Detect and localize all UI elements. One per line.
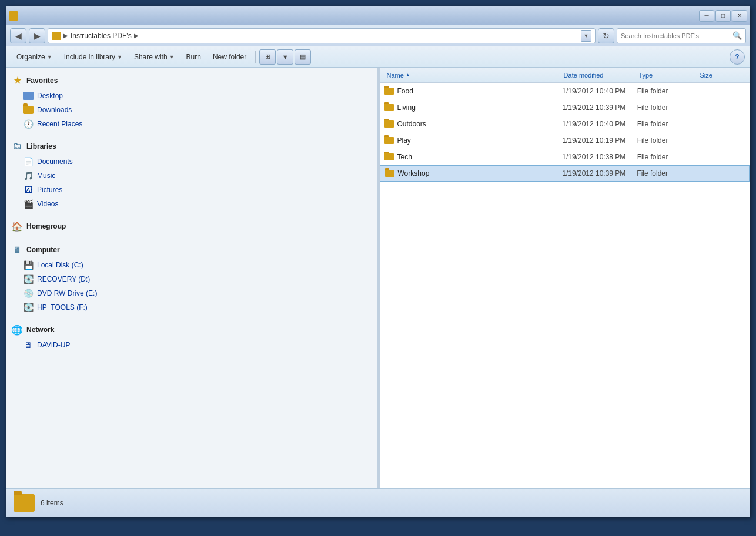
breadcrumb-arrow: ▶ <box>63 32 68 39</box>
refresh-button[interactable]: ↻ <box>598 28 614 43</box>
libraries-header[interactable]: 🗂 Libraries <box>6 138 377 155</box>
file-name: Outdoors <box>397 120 426 128</box>
view-button[interactable]: ⊞ <box>259 49 276 65</box>
sidebar-item-pictures[interactable]: 🖼 Pictures <box>6 183 377 197</box>
search-icon: 🔍 <box>732 31 742 40</box>
close-button[interactable]: ✕ <box>732 10 747 22</box>
preview-pane-button[interactable]: ▤ <box>295 49 311 65</box>
table-row[interactable]: Tech 1/19/2012 10:38 PM File folder <box>380 149 750 165</box>
folder-icon <box>384 153 394 160</box>
column-headers: Name ▲ Date modified Type Size <box>380 68 750 83</box>
sidebar-item-videos[interactable]: 🎬 Videos <box>6 197 377 211</box>
search-bar[interactable]: 🔍 <box>617 28 746 43</box>
column-header-type[interactable]: Type <box>636 68 697 82</box>
window-icon <box>9 11 18 21</box>
table-row[interactable]: Living 1/19/2012 10:39 PM File folder <box>380 99 750 116</box>
network-section: 🌐 Network 🖥 DAVID-UP <box>6 317 377 354</box>
organize-dropdown-arrow: ▼ <box>47 54 52 60</box>
file-type: File folder <box>637 153 698 161</box>
computer-header[interactable]: 🖥 Computer <box>6 242 377 258</box>
breadcrumb-dropdown[interactable]: ▼ <box>581 30 591 42</box>
documents-label: Documents <box>37 158 73 166</box>
file-list: Food 1/19/2012 10:40 PM File folder Livi… <box>380 83 750 488</box>
sort-arrow: ▲ <box>406 72 410 78</box>
refresh-icon: ↻ <box>603 31 610 41</box>
table-row[interactable]: Food 1/19/2012 10:40 PM File folder <box>380 83 750 99</box>
back-button[interactable]: ◀ <box>10 28 26 43</box>
file-name-cell: Tech <box>384 153 563 161</box>
content-area: ★ Favorites Desktop Downloads <box>6 68 750 488</box>
homegroup-icon: 🏠 <box>11 220 23 232</box>
music-icon: 🎵 <box>23 170 34 181</box>
breadcrumb-path: Instructables PDF's <box>71 32 132 40</box>
sidebar-item-documents[interactable]: 📄 Documents <box>6 155 377 169</box>
share-with-button[interactable]: Share with ▼ <box>129 49 180 65</box>
table-row[interactable]: Play 1/19/2012 10:19 PM File folder <box>380 132 750 149</box>
homegroup-label: Homegroup <box>26 222 66 230</box>
downloads-label: Downloads <box>37 106 72 114</box>
favorites-header[interactable]: ★ Favorites <box>6 72 377 89</box>
toolbar-separator <box>255 51 256 63</box>
titlebar: ─ □ ✕ <box>6 6 750 25</box>
sidebar-item-downloads[interactable]: Downloads <box>6 103 377 117</box>
share-with-arrow: ▼ <box>169 54 175 60</box>
view-dropdown-button[interactable]: ▼ <box>277 49 293 65</box>
forward-icon: ▶ <box>34 31 41 41</box>
include-library-label: Include in library <box>64 53 115 61</box>
maximize-button[interactable]: □ <box>715 10 731 22</box>
file-list-area: Name ▲ Date modified Type Size Food 1/19… <box>380 68 750 488</box>
dvd-icon: 💿 <box>23 288 34 299</box>
search-input[interactable] <box>621 32 730 39</box>
favorites-label: Favorites <box>26 76 58 85</box>
sidebar-item-music[interactable]: 🎵 Music <box>6 169 377 183</box>
explorer-window: ─ □ ✕ ◀ ▶ ▶ Instructables PDF's ▶ ▼ ↻ 🔍 <box>6 6 750 517</box>
sidebar: ★ Favorites Desktop Downloads <box>6 68 377 488</box>
computer-icon: 🖥 <box>11 244 23 256</box>
videos-label: Videos <box>37 200 58 208</box>
file-type: File folder <box>637 87 698 95</box>
file-type: File folder <box>637 103 698 112</box>
new-folder-button[interactable]: New folder <box>208 49 252 65</box>
sidebar-item-local-disk[interactable]: 💾 Local Disk (C:) <box>6 258 377 272</box>
column-header-date[interactable]: Date modified <box>561 68 637 82</box>
homegroup-header[interactable]: 🏠 Homegroup <box>6 218 377 235</box>
music-label: Music <box>37 172 55 180</box>
table-row[interactable]: Outdoors 1/19/2012 10:40 PM File folder <box>380 116 750 132</box>
titlebar-left <box>9 11 18 21</box>
column-header-name[interactable]: Name ▲ <box>384 68 561 82</box>
breadcrumb[interactable]: ▶ Instructables PDF's ▶ ▼ <box>48 28 596 43</box>
forward-button[interactable]: ▶ <box>29 28 45 43</box>
sidebar-item-hp-tools[interactable]: 💽 HP_TOOLS (F:) <box>6 300 377 314</box>
minimize-button[interactable]: ─ <box>699 10 714 22</box>
file-name-cell: Living <box>384 103 563 112</box>
column-name-label: Name <box>387 72 404 79</box>
file-type: File folder <box>637 136 698 145</box>
sidebar-item-david-up[interactable]: 🖥 DAVID-UP <box>6 338 377 352</box>
star-icon: ★ <box>14 75 21 86</box>
view-icon: ⊞ <box>265 53 270 61</box>
view-dropdown-icon: ▼ <box>282 53 289 61</box>
organize-button[interactable]: Organize ▼ <box>11 49 58 65</box>
help-button[interactable]: ? <box>730 49 745 65</box>
sidebar-item-recent-places[interactable]: 🕐 Recent Places <box>6 117 377 131</box>
sidebar-item-dvd[interactable]: 💿 DVD RW Drive (E:) <box>6 286 377 300</box>
pictures-label: Pictures <box>37 186 62 194</box>
include-library-button[interactable]: Include in library ▼ <box>59 49 128 65</box>
downloads-folder-icon <box>23 105 34 115</box>
file-name: Play <box>397 136 411 145</box>
folder-icon <box>384 104 394 111</box>
network-icon: 🌐 <box>11 324 23 336</box>
sidebar-item-recovery[interactable]: 💽 RECOVERY (D:) <box>6 272 377 286</box>
file-name: Living <box>397 103 416 112</box>
column-header-size[interactable]: Size <box>698 68 745 82</box>
burn-button[interactable]: Burn <box>181 49 206 65</box>
status-items-count: 6 items <box>41 499 63 507</box>
hp-tools-label: HP_TOOLS (F:) <box>37 303 88 311</box>
computer-label: Computer <box>26 246 60 254</box>
table-row[interactable]: Workshop 1/19/2012 10:39 PM File folder <box>380 165 750 182</box>
sidebar-item-desktop[interactable]: Desktop <box>6 89 377 103</box>
dropdown-icon: ▼ <box>584 33 589 39</box>
network-header[interactable]: 🌐 Network <box>6 321 377 338</box>
addressbar: ◀ ▶ ▶ Instructables PDF's ▶ ▼ ↻ 🔍 <box>6 25 750 46</box>
help-label: ? <box>735 53 739 61</box>
